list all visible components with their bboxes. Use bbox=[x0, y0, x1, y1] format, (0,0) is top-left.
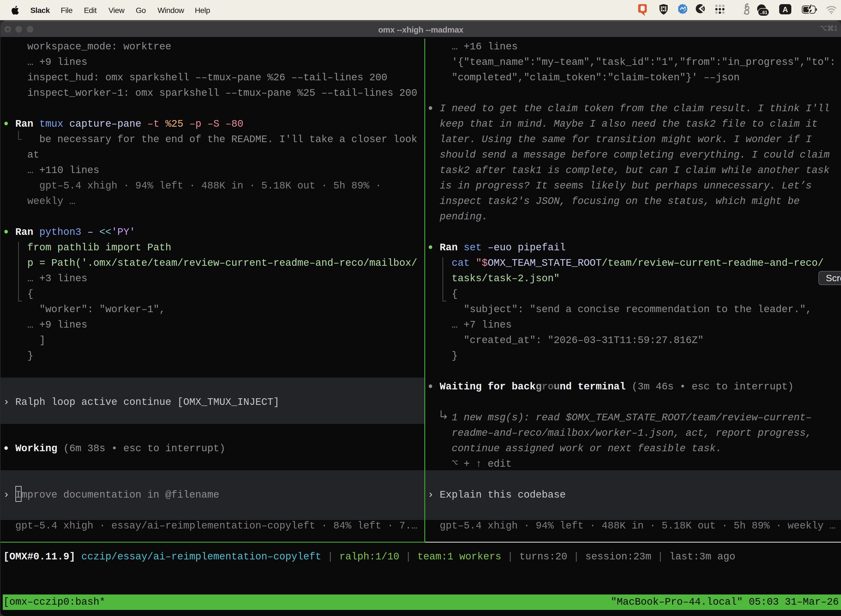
svg-text:A: A bbox=[782, 6, 788, 14]
svg-text:..61: ..61 bbox=[760, 10, 768, 15]
svg-text:1: 1 bbox=[834, 25, 837, 31]
